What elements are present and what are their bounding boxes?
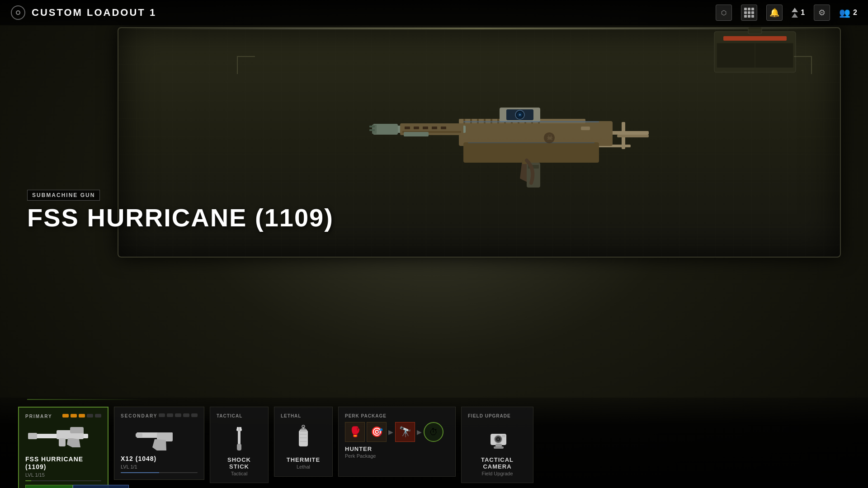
weapon-name: FSS HURRICANE (1109) — [27, 205, 334, 230]
svg-rect-64 — [237, 427, 238, 431]
svg-rect-80 — [494, 446, 504, 449]
weapon-info-panel: SUBMACHINE GUN FSS HURRICANE (1109) — [27, 190, 334, 230]
svg-rect-35 — [423, 127, 428, 129]
weapon-svg: ☠ — [305, 72, 676, 199]
field-upgrade-slot[interactable]: FIELD UPGRADE TACTICAL CAMERA Field Upgr… — [461, 407, 533, 483]
sdot-3 — [175, 413, 181, 417]
header: CUSTOM LOADOUT 1 ⬡ 🔔 — [0, 0, 868, 25]
svg-rect-34 — [414, 127, 419, 129]
svg-rect-60 — [136, 433, 142, 437]
perk-clock-icon: ⏱ — [429, 427, 438, 437]
tactical-label: TACTICAL — [217, 413, 242, 418]
perk-fist-icon: 🥊 — [349, 426, 361, 438]
primary-level-bar — [25, 480, 101, 481]
svg-rect-10 — [463, 142, 599, 163]
rank-value: 1 — [801, 9, 805, 17]
svg-rect-36 — [432, 127, 437, 129]
thermite-svg — [290, 425, 317, 452]
primary-weapon-slot[interactable]: PRIMARY FSS HURRICANE (1109) LVL 1/15 — [18, 407, 108, 488]
svg-rect-1 — [723, 36, 787, 41]
svg-marker-59 — [152, 439, 166, 450]
svg-rect-73 — [300, 441, 307, 442]
dot-3 — [79, 414, 85, 418]
svg-rect-46 — [369, 126, 375, 127]
svg-rect-8 — [617, 135, 649, 137]
perk-icon-3: 🔭 — [395, 422, 415, 442]
perk-arrow: ▶ — [388, 428, 393, 436]
svg-rect-9 — [459, 121, 613, 146]
rank-display: 1 — [792, 8, 805, 18]
secondary-weapon-slot[interactable]: SECONDARY X12 (1048) LVL 1/1 — [114, 407, 204, 480]
tactical-icon — [226, 425, 253, 452]
dot-4 — [87, 414, 93, 418]
svg-rect-63 — [237, 444, 241, 450]
notification-button[interactable]: 🔔 — [766, 5, 783, 21]
sdot-1 — [159, 413, 165, 417]
logo-inner — [16, 10, 20, 15]
primary-action-buttons: ✕ SELECT GUNSMITH — [25, 485, 101, 488]
secondary-weapon-image — [121, 422, 198, 451]
page-title: CUSTOM LOADOUT 1 — [32, 7, 156, 19]
secondary-weapon-level: LVL 1/1 — [121, 464, 198, 469]
perk-label: PERK PACKAGE — [345, 413, 449, 418]
svg-rect-44 — [468, 142, 594, 143]
perk-icon-4: ⏱ — [424, 422, 443, 442]
svg-marker-56 — [67, 438, 80, 447]
primary-weapon-name: FSS HURRICANE (1109) — [25, 455, 101, 471]
tactical-name: SHOCK STICK — [217, 456, 262, 470]
grid-icon — [744, 8, 754, 18]
svg-rect-37 — [441, 127, 446, 129]
dot-1 — [62, 414, 69, 418]
settings-button[interactable]: ⚙ — [814, 5, 830, 21]
secondary-level-dots — [159, 413, 198, 417]
gunsmith-button[interactable]: GUNSMITH — [73, 485, 129, 488]
perk-icon-1: 🥊 — [345, 422, 365, 442]
svg-rect-54 — [70, 427, 84, 433]
lethal-icon — [290, 425, 317, 452]
primary-level-dots — [62, 414, 101, 418]
field-upgrade-label: FIELD UPGRADE — [468, 413, 511, 418]
currency-icon[interactable]: ⬡ — [716, 5, 732, 21]
perk-icon-2: 🎯 — [367, 422, 387, 442]
sdot-2 — [167, 413, 173, 417]
sdot-4 — [183, 413, 189, 417]
field-upgrade-type: Field Upgrade — [481, 471, 513, 476]
dot-2 — [71, 414, 77, 418]
bell-icon: 🔔 — [769, 8, 779, 18]
svg-rect-42 — [581, 127, 590, 130]
lethal-type: Lethal — [297, 464, 310, 469]
players-value: 2 — [853, 9, 857, 17]
perk-slot[interactable]: PERK PACKAGE 🥊 🎯 ▶ 🔭 ▶ ⏱ HUNTER Perk Pac… — [338, 407, 456, 477]
svg-rect-47 — [369, 129, 375, 131]
svg-rect-72 — [300, 437, 307, 438]
grid-button[interactable] — [741, 5, 757, 21]
perk-arrow-2: ▶ — [417, 428, 422, 436]
weapon-category: SUBMACHINE GUN — [27, 190, 100, 201]
tactical-type: Tactical — [231, 471, 248, 476]
header-right: ⬡ 🔔 1 — [716, 5, 857, 21]
svg-rect-4 — [748, 27, 762, 34]
select-button[interactable]: ✕ SELECT — [25, 485, 73, 488]
tactical-slot[interactable]: TACTICAL SHOCK STICK Tactical — [210, 407, 269, 483]
field-upgrade-name: TACTICAL CAMERA — [468, 456, 527, 470]
corner-decoration-tr — [794, 56, 812, 74]
primary-weapon-level: LVL 1/15 — [25, 472, 101, 478]
perk-binoculars-icon: 🔭 — [399, 426, 411, 438]
primary-weapon-image — [25, 422, 101, 452]
svg-rect-55 — [59, 438, 66, 446]
field-upgrade-icon — [484, 425, 511, 452]
perk-target-icon: 🎯 — [371, 426, 383, 438]
svg-rect-78 — [502, 435, 505, 437]
perk-type: Perk Package — [345, 453, 449, 459]
logo-icon — [11, 5, 25, 20]
lethal-label: LETHAL — [281, 413, 301, 418]
dot-5 — [95, 414, 101, 418]
svg-text:☠: ☠ — [547, 134, 553, 141]
tactical-camera-svg — [484, 425, 511, 452]
players-display: 👥 2 — [839, 7, 857, 18]
svg-rect-48 — [404, 132, 429, 136]
svg-rect-71 — [300, 434, 307, 435]
shock-stick-svg — [226, 425, 253, 452]
sdot-5 — [191, 413, 198, 417]
lethal-slot[interactable]: LETHAL THERMITE Lethal — [274, 407, 333, 477]
